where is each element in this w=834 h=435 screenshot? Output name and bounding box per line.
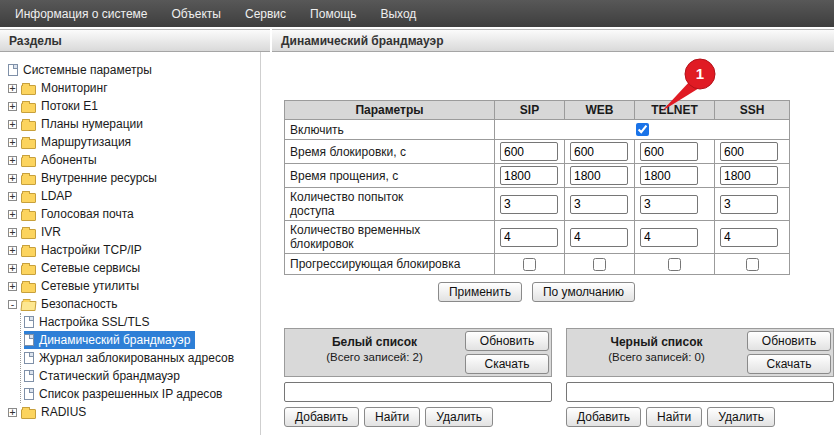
whitelist-entry-input[interactable] bbox=[284, 382, 552, 402]
temp-blocks-ssh-input[interactable] bbox=[720, 228, 778, 247]
blacklist-download-button[interactable]: Скачать bbox=[747, 354, 831, 374]
temp-blocks-web-input[interactable] bbox=[570, 228, 628, 247]
folder-icon bbox=[21, 193, 36, 203]
block-time-telnet-input[interactable] bbox=[640, 142, 698, 161]
expand-icon[interactable] bbox=[8, 174, 17, 183]
table-row-progressive: Прогрессирующая блокировка bbox=[285, 254, 790, 274]
document-icon bbox=[8, 64, 18, 76]
sidebar-item-dynamic-firewall[interactable]: Динамический брандмауэр bbox=[24, 331, 195, 349]
sidebar-item-security[interactable]: Безопасность bbox=[8, 295, 123, 313]
sidebar-item-routing[interactable]: Маршрутизация bbox=[8, 133, 136, 151]
folder-icon bbox=[21, 175, 36, 185]
menu-item-service[interactable]: Сервис bbox=[245, 7, 286, 21]
folder-icon bbox=[21, 229, 36, 239]
row-label: Прогрессирующая блокировка bbox=[285, 254, 495, 274]
expand-icon[interactable] bbox=[8, 102, 17, 111]
menu-item-objects[interactable]: Объекты bbox=[171, 7, 221, 21]
forgive-time-ssh-input[interactable] bbox=[720, 166, 778, 185]
expand-icon[interactable] bbox=[8, 138, 17, 147]
progressive-ssh-checkbox[interactable] bbox=[746, 258, 759, 271]
blacklist-add-button[interactable]: Добавить bbox=[566, 407, 641, 427]
folder-icon bbox=[21, 283, 36, 293]
expand-icon[interactable] bbox=[8, 246, 17, 255]
row-label: Количество попыток доступа bbox=[290, 190, 448, 218]
sidebar-item-network-utils[interactable]: Сетевые утилиты bbox=[8, 277, 144, 295]
folder-icon bbox=[21, 85, 36, 95]
menu-item-logout[interactable]: Выход bbox=[380, 7, 416, 21]
sidebar-item-voice-mail[interactable]: Голосовая почта bbox=[8, 205, 139, 223]
expand-icon[interactable] bbox=[8, 210, 17, 219]
expand-icon[interactable] bbox=[8, 192, 17, 201]
expand-icon[interactable] bbox=[8, 408, 17, 417]
forgive-time-sip-input[interactable] bbox=[500, 166, 558, 185]
enable-checkbox[interactable] bbox=[636, 123, 649, 136]
sidebar-item-ivr[interactable]: IVR bbox=[8, 223, 66, 241]
expand-icon[interactable] bbox=[8, 264, 17, 273]
whitelist-header: Белый список (Всего записей: 2) Обновить… bbox=[284, 328, 552, 377]
sidebar-item-ssl-tls-settings[interactable]: Настройка SSL/TLS bbox=[24, 313, 154, 331]
document-icon bbox=[24, 352, 34, 364]
sidebar-item-radius[interactable]: RADIUS bbox=[8, 403, 91, 421]
sidebar-item-subscribers[interactable]: Абоненты bbox=[8, 151, 102, 169]
section-headers: Разделы Динамический брандмауэр bbox=[0, 29, 834, 52]
row-label: Время блокировки, с bbox=[285, 140, 495, 164]
defaults-button[interactable]: По умолчанию bbox=[532, 282, 635, 302]
whitelist-download-button[interactable]: Скачать bbox=[465, 354, 549, 374]
col-header-telnet: TELNET bbox=[635, 101, 715, 120]
table-row-forgive-time: Время прощения, с bbox=[285, 164, 790, 188]
expand-icon[interactable] bbox=[8, 282, 17, 291]
sidebar-item-internal-resources[interactable]: Внутренние ресурсы bbox=[8, 169, 162, 187]
attempts-sip-input[interactable] bbox=[500, 195, 558, 214]
block-time-ssh-input[interactable] bbox=[720, 142, 778, 161]
whitelist-refresh-button[interactable]: Обновить bbox=[465, 331, 549, 351]
sidebar-item-tcpip-settings[interactable]: Настройки TCP/IP bbox=[8, 241, 147, 259]
blacklist-entry-input[interactable] bbox=[566, 382, 834, 402]
folder-icon bbox=[21, 103, 36, 113]
row-label: Включить bbox=[285, 120, 495, 140]
table-row-block-time: Время блокировки, с bbox=[285, 140, 790, 164]
progressive-sip-checkbox[interactable] bbox=[523, 258, 536, 271]
whitelist-delete-button[interactable]: Удалить bbox=[425, 407, 493, 427]
sidebar-header: Разделы bbox=[0, 29, 270, 52]
temp-blocks-sip-input[interactable] bbox=[500, 228, 558, 247]
blacklist-panel: Черный список (Всего записей: 0) Обновит… bbox=[566, 328, 834, 427]
sidebar-item-monitoring[interactable]: Мониторинг bbox=[8, 79, 113, 97]
attempts-ssh-input[interactable] bbox=[720, 195, 778, 214]
sidebar-item-network-services[interactable]: Сетевые сервисы bbox=[8, 259, 145, 277]
whitelist-panel: Белый список (Всего записей: 2) Обновить… bbox=[284, 328, 552, 427]
sidebar-item-blocked-addresses-log[interactable]: Журнал заблокированных адресов bbox=[24, 349, 239, 367]
menu-item-help[interactable]: Помощь bbox=[310, 7, 356, 21]
menu-item-system-info[interactable]: Информация о системе bbox=[15, 7, 147, 21]
blacklist-delete-button[interactable]: Удалить bbox=[707, 407, 775, 427]
block-time-sip-input[interactable] bbox=[500, 142, 558, 161]
attempts-telnet-input[interactable] bbox=[640, 195, 698, 214]
table-row-temp-blocks: Количество временных блокировок bbox=[285, 221, 790, 254]
sidebar-item-numbering-plans[interactable]: Планы нумерации bbox=[8, 115, 148, 133]
expand-icon[interactable] bbox=[8, 228, 17, 237]
sidebar-item-system-params[interactable]: Системные параметры bbox=[8, 61, 157, 79]
progressive-web-checkbox[interactable] bbox=[593, 258, 606, 271]
block-time-web-input[interactable] bbox=[570, 142, 628, 161]
collapse-icon[interactable] bbox=[8, 300, 17, 309]
sidebar-item-allowed-ip-list[interactable]: Список разрешенных IP адресов bbox=[24, 385, 228, 403]
forgive-time-telnet-input[interactable] bbox=[640, 166, 698, 185]
expand-icon[interactable] bbox=[8, 120, 17, 129]
apply-button[interactable]: Применить bbox=[438, 282, 522, 302]
blacklist-find-button[interactable]: Найти bbox=[646, 407, 702, 427]
attempts-web-input[interactable] bbox=[570, 195, 628, 214]
progressive-telnet-checkbox[interactable] bbox=[668, 258, 681, 271]
temp-blocks-telnet-input[interactable] bbox=[640, 228, 698, 247]
col-header-ssh: SSH bbox=[715, 101, 790, 120]
blacklist-header: Черный список (Всего записей: 0) Обновит… bbox=[566, 328, 834, 377]
whitelist-add-button[interactable]: Добавить bbox=[284, 407, 359, 427]
sidebar-item-static-firewall[interactable]: Статический брандмауэр bbox=[24, 367, 185, 385]
sidebar-item-ldap[interactable]: LDAP bbox=[8, 187, 77, 205]
expand-icon[interactable] bbox=[8, 84, 17, 93]
forgive-time-web-input[interactable] bbox=[570, 166, 628, 185]
whitelist-count: (Всего записей: 2) bbox=[287, 351, 462, 363]
blacklist-count: (Всего записей: 0) bbox=[569, 351, 744, 363]
blacklist-refresh-button[interactable]: Обновить bbox=[747, 331, 831, 351]
whitelist-find-button[interactable]: Найти bbox=[364, 407, 420, 427]
expand-icon[interactable] bbox=[8, 156, 17, 165]
sidebar-item-e1-streams[interactable]: Потоки E1 bbox=[8, 97, 103, 115]
